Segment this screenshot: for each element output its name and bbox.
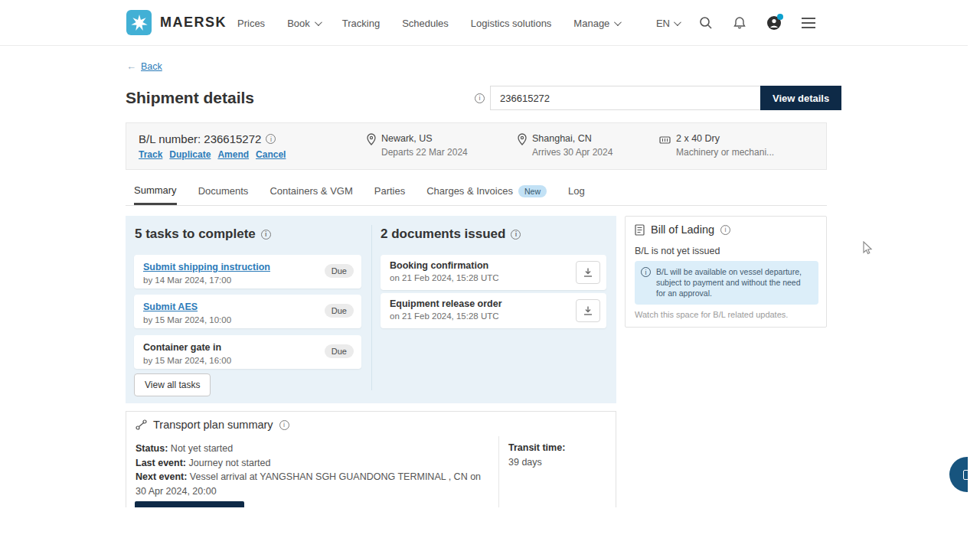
- info-icon[interactable]: [266, 134, 276, 144]
- download-icon[interactable]: [576, 261, 600, 284]
- bill-of-lading-panel: Bill of Lading B/L is not yet issued B/L…: [625, 216, 827, 328]
- task-card: Container gate in by 15 Mar 2024, 16:00 …: [134, 335, 361, 369]
- back-link[interactable]: ← Back: [126, 60, 162, 72]
- nav-item-book[interactable]: Book: [287, 18, 320, 29]
- info-icon[interactable]: [720, 225, 730, 235]
- nav-item-logistics-solutions[interactable]: Logistics solutions: [471, 18, 552, 29]
- tab-charges-invoices[interactable]: Charges & InvoicesNew: [426, 184, 547, 205]
- document-date: on 21 Feb 2024, 15:28 UTC: [390, 273, 599, 282]
- amend-link[interactable]: Amend: [217, 149, 249, 160]
- info-icon: [641, 267, 651, 277]
- panel-divider: [371, 225, 372, 390]
- language-selector[interactable]: EN: [656, 18, 679, 29]
- shipment-search: View details: [475, 86, 841, 110]
- search-icon[interactable]: [699, 16, 713, 30]
- transport-plan-action-button[interactable]: [135, 501, 244, 507]
- nav-item-schedules[interactable]: Schedules: [402, 18, 449, 29]
- menu-hamburger-icon[interactable]: [802, 18, 815, 28]
- duplicate-link[interactable]: Duplicate: [169, 149, 211, 160]
- destination-city: Shanghai, CN: [532, 133, 612, 144]
- task-due-date: by 15 Mar 2024, 10:00: [143, 315, 354, 324]
- document-clipboard-icon: [635, 224, 645, 236]
- bill-of-lading-heading: Bill of Lading: [635, 223, 730, 236]
- notifications-bell-icon[interactable]: [733, 16, 746, 30]
- new-badge: New: [518, 185, 547, 197]
- bl-info-text: B/L will be available on vessel departur…: [656, 266, 812, 299]
- status-line: Status: Not yet started: [136, 442, 489, 456]
- chevron-down-icon: [674, 18, 681, 26]
- chevron-down-icon: [315, 18, 322, 26]
- due-badge: Due: [325, 344, 354, 358]
- task-due-date: by 14 Mar 2024, 17:00: [143, 276, 354, 285]
- task-card: Submit AES by 15 Mar 2024, 10:00 Due: [134, 295, 361, 328]
- chevron-down-icon: [614, 18, 622, 26]
- nav-item-tracking[interactable]: Tracking: [342, 18, 380, 29]
- document-title: Equipment release order: [390, 298, 599, 309]
- top-navigation-bar: MAERSK Prices Book Tracking Schedules Lo…: [0, 0, 968, 46]
- document-title: Booking confirmation: [390, 260, 599, 271]
- shipment-number-input[interactable]: [490, 86, 760, 110]
- destination-arrival: Arrives 30 Apr 2024: [532, 147, 612, 158]
- transport-plan-heading: Transport plan summary: [136, 419, 289, 431]
- document-card: Equipment release order on 21 Feb 2024, …: [381, 293, 606, 328]
- mouse-cursor: [862, 241, 873, 256]
- page-title: Shipment details: [126, 89, 254, 107]
- destination-info: Shanghai, CNArrives 30 Apr 2024: [518, 133, 612, 158]
- shipment-tabs: Summary Documents Containers & VGM Parti…: [126, 184, 827, 206]
- task-card: Submit shipping instruction by 14 Mar 20…: [134, 255, 361, 289]
- bl-actions: Track Duplicate Amend Cancel: [139, 149, 286, 160]
- next-event-line: Next event: Vessel arrival at YANGSHAN S…: [136, 470, 489, 498]
- due-badge: Due: [325, 304, 354, 318]
- tab-summary[interactable]: Summary: [134, 184, 177, 205]
- avatar-status-dot: [777, 14, 783, 20]
- account-avatar-icon[interactable]: [766, 15, 782, 31]
- last-event-line: Last event: Journey not started: [136, 456, 489, 471]
- header-utilities: EN: [656, 0, 815, 46]
- task-link-submit-shipping-instruction[interactable]: Submit shipping instruction: [143, 262, 270, 272]
- tab-log[interactable]: Log: [568, 184, 585, 205]
- task-link-submit-aes[interactable]: Submit AES: [143, 302, 198, 312]
- bl-status-text: B/L is not yet issued: [635, 246, 720, 256]
- nav-item-prices[interactable]: Prices: [237, 18, 265, 29]
- track-link[interactable]: Track: [139, 149, 162, 160]
- browser-viewport: MAERSK Prices Book Tracking Schedules Lo…: [0, 0, 968, 507]
- bl-footnote: Watch this space for B/L related updates…: [635, 310, 788, 319]
- tasks-documents-panel: 5 tasks to complete Submit shipping inst…: [126, 216, 616, 403]
- origin-info: Newark, USDeparts 22 Mar 2024: [367, 133, 468, 158]
- cancel-link[interactable]: Cancel: [256, 149, 286, 160]
- download-icon[interactable]: [576, 299, 600, 322]
- info-icon[interactable]: [279, 420, 289, 430]
- location-pin-icon: [518, 133, 527, 145]
- bl-summary-bar: B/L number: 236615272 Track Duplicate Am…: [126, 122, 827, 170]
- view-details-button[interactable]: View details: [760, 86, 841, 110]
- tasks-heading: 5 tasks to complete: [135, 227, 271, 242]
- cargo-type: 2 x 40 Dry: [676, 133, 774, 144]
- origin-city: Newark, US: [381, 133, 468, 144]
- task-due-date: by 15 Mar 2024, 16:00: [143, 356, 354, 365]
- info-icon[interactable]: [475, 93, 485, 103]
- tab-containers-vgm[interactable]: Containers & VGM: [270, 184, 352, 205]
- card-divider: [498, 436, 499, 507]
- transport-plan-status-lines: Status: Not yet started Last event: Jour…: [136, 442, 489, 498]
- cargo-description: Machinery or mechani...: [676, 147, 774, 158]
- nav-item-manage[interactable]: Manage: [573, 18, 619, 29]
- info-icon[interactable]: [511, 230, 521, 240]
- location-pin-icon: [367, 133, 376, 145]
- transit-time-label: Transit time:: [508, 442, 565, 453]
- chat-widget-button[interactable]: [949, 457, 968, 492]
- chat-widget-icon: [963, 470, 968, 480]
- tab-parties[interactable]: Parties: [374, 184, 405, 205]
- origin-departure: Departs 22 Mar 2024: [381, 147, 468, 158]
- view-all-tasks-button[interactable]: View all tasks: [134, 373, 211, 396]
- maersk-logo[interactable]: MAERSK: [126, 10, 227, 35]
- info-icon[interactable]: [261, 230, 271, 240]
- transit-time-value: 39 days: [508, 457, 542, 468]
- bl-info-box: B/L will be available on vessel departur…: [635, 261, 818, 305]
- back-arrow-icon: ←: [126, 60, 136, 72]
- maersk-star-icon: [126, 10, 152, 35]
- transport-plan-card: Transport plan summary Status: Not yet s…: [126, 411, 616, 507]
- task-title-container-gate-in: Container gate in: [143, 342, 221, 353]
- brand-name: MAERSK: [160, 15, 227, 31]
- tab-documents[interactable]: Documents: [198, 184, 249, 205]
- route-icon: [136, 419, 147, 430]
